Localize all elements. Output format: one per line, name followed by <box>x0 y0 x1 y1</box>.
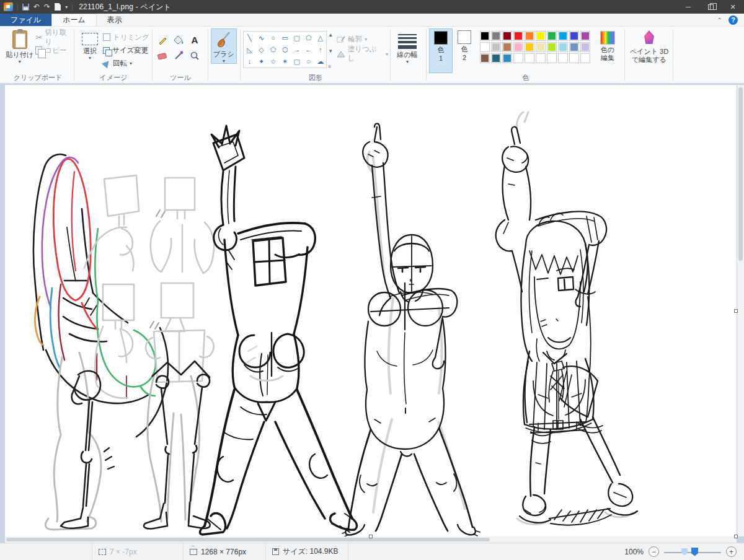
palette-swatch[interactable] <box>580 31 590 41</box>
palette-swatch[interactable] <box>491 42 501 52</box>
magnifier-tool[interactable] <box>187 48 202 63</box>
copy-button[interactable]: コピー <box>35 45 72 56</box>
palette-swatch[interactable] <box>480 42 490 52</box>
edit-colors-button[interactable]: 色の 編集 <box>593 28 622 73</box>
cut-button[interactable]: ✂ 切り取り <box>35 32 72 43</box>
canvas-resize-handle-right[interactable] <box>734 309 738 313</box>
new-file-icon[interactable] <box>55 3 61 11</box>
brushes-button[interactable]: ブラシ ▾ <box>211 28 237 64</box>
palette-swatch-empty[interactable] <box>536 53 546 63</box>
palette-swatch[interactable] <box>558 42 568 52</box>
zoom-in-button[interactable]: + <box>726 546 737 557</box>
eraser-tool[interactable] <box>155 48 170 63</box>
shape-tool[interactable]: ▢ <box>293 34 299 42</box>
paint-app-icon[interactable] <box>4 2 13 11</box>
shape-tool[interactable]: ◇ <box>259 46 264 53</box>
minimize-button[interactable]: ─ <box>677 0 699 14</box>
canvas-resize-handle-corner[interactable] <box>734 535 738 538</box>
palette-swatch[interactable] <box>502 42 512 52</box>
close-button[interactable]: ✕ <box>722 0 744 14</box>
palette-swatch[interactable] <box>580 42 590 52</box>
palette-swatch[interactable] <box>536 42 546 52</box>
palette-swatch[interactable] <box>480 31 490 41</box>
shape-tool[interactable]: ⬠ <box>270 46 277 53</box>
paint3d-button[interactable]: ペイント 3D で編集する <box>627 28 671 64</box>
palette-swatch[interactable] <box>491 53 501 63</box>
color-picker-tool[interactable] <box>171 48 186 63</box>
fill-button[interactable]: 塗りつぶし ▾ <box>337 48 388 59</box>
stroke-width-dropdown-icon[interactable]: ▾ <box>406 59 409 64</box>
tab-home[interactable]: ホーム <box>51 14 97 26</box>
palette-swatch-empty[interactable] <box>547 53 557 63</box>
palette-swatch[interactable] <box>536 31 546 41</box>
shapes-scroll-up-icon[interactable]: ▲ <box>328 32 333 38</box>
qat-dropdown-icon[interactable]: ▾ <box>65 4 68 10</box>
palette-swatch[interactable] <box>525 42 534 52</box>
palette-swatch-empty[interactable] <box>513 53 523 63</box>
pencil-tool[interactable] <box>155 32 170 47</box>
shape-tool[interactable]: ↓ <box>248 58 252 65</box>
shape-tool[interactable]: ← <box>305 46 312 53</box>
shape-tool[interactable]: ○ <box>306 58 311 65</box>
palette-swatch-empty[interactable] <box>525 53 534 63</box>
vertical-scrollbar[interactable] <box>737 85 744 536</box>
resize-button[interactable]: サイズ変更 <box>103 45 149 56</box>
zoom-slider[interactable] <box>664 547 721 557</box>
palette-swatch[interactable] <box>502 31 512 41</box>
color2-button[interactable]: 色 2 <box>453 28 476 73</box>
palette-swatch[interactable] <box>480 53 490 63</box>
crop-button[interactable]: トリミング <box>103 32 149 43</box>
palette-swatch[interactable] <box>558 31 568 41</box>
zoom-out-button[interactable]: − <box>649 546 659 557</box>
palette-swatch[interactable] <box>525 31 534 41</box>
shape-tool[interactable]: → <box>293 46 300 53</box>
palette-swatch[interactable] <box>491 31 501 41</box>
select-button[interactable]: 選択 ▾ <box>77 28 103 73</box>
shape-tool[interactable]: ∿ <box>259 34 264 42</box>
shape-tool[interactable]: ○ <box>271 34 275 42</box>
help-icon[interactable]: ? <box>728 15 738 25</box>
save-icon[interactable] <box>22 4 29 11</box>
redo-icon[interactable]: ↷ <box>44 2 50 11</box>
color1-button[interactable]: 色 1 <box>429 28 453 73</box>
shape-tool[interactable]: ⬠ <box>306 34 312 42</box>
shape-tool[interactable]: ╲ <box>247 34 252 42</box>
palette-swatch-empty[interactable] <box>580 53 590 63</box>
shape-tool[interactable]: ☆ <box>270 58 277 65</box>
tab-file[interactable]: ファイル <box>0 14 51 26</box>
collapse-ribbon-icon[interactable]: ⌃ <box>717 17 722 24</box>
shape-tool[interactable]: ↑ <box>319 46 322 53</box>
shape-tool[interactable]: ▢ <box>293 58 299 65</box>
palette-swatch[interactable] <box>547 42 557 52</box>
palette-swatch-empty[interactable] <box>558 53 568 63</box>
shapes-scroll-down-icon[interactable]: ▼ <box>328 48 333 54</box>
shape-tool[interactable]: ✦ <box>259 58 264 65</box>
shape-tool[interactable]: ⬡ <box>282 46 288 53</box>
text-tool[interactable]: A <box>187 32 202 47</box>
fill-tool[interactable] <box>171 32 186 47</box>
zoom-slider-thumb[interactable] <box>691 548 698 556</box>
palette-swatch[interactable] <box>569 31 579 41</box>
shape-tool[interactable]: △ <box>317 34 322 42</box>
palette-swatch[interactable] <box>547 31 557 41</box>
shape-tool[interactable]: ◺ <box>247 46 252 53</box>
shape-tool[interactable]: ☁ <box>317 58 324 65</box>
shape-tool[interactable]: ✶ <box>282 58 288 65</box>
tab-view[interactable]: 表示 <box>97 14 133 26</box>
canvas-resize-handle-bottom[interactable] <box>369 535 373 538</box>
shape-tool[interactable]: ▭ <box>281 34 288 42</box>
outline-button[interactable]: 輪郭 ▾ <box>337 33 388 45</box>
undo-icon[interactable]: ↶ <box>33 2 40 11</box>
palette-swatch[interactable] <box>502 53 512 63</box>
palette-swatch[interactable] <box>569 42 579 52</box>
stroke-width-button[interactable]: 線の幅 ▾ <box>393 28 422 64</box>
select-dropdown-icon[interactable]: ▾ <box>89 56 91 60</box>
rotate-button[interactable]: 回転 ▾ <box>103 58 149 69</box>
restore-button[interactable] <box>699 0 722 14</box>
drawing-canvas[interactable] <box>5 85 737 536</box>
paste-dropdown-icon[interactable]: ▾ <box>19 59 21 64</box>
palette-swatch-empty[interactable] <box>569 53 579 63</box>
palette-swatch[interactable] <box>513 31 523 41</box>
paste-button[interactable]: 貼り付け ▾ <box>4 28 35 73</box>
shapes-more-icon[interactable]: ≡ <box>328 64 333 69</box>
